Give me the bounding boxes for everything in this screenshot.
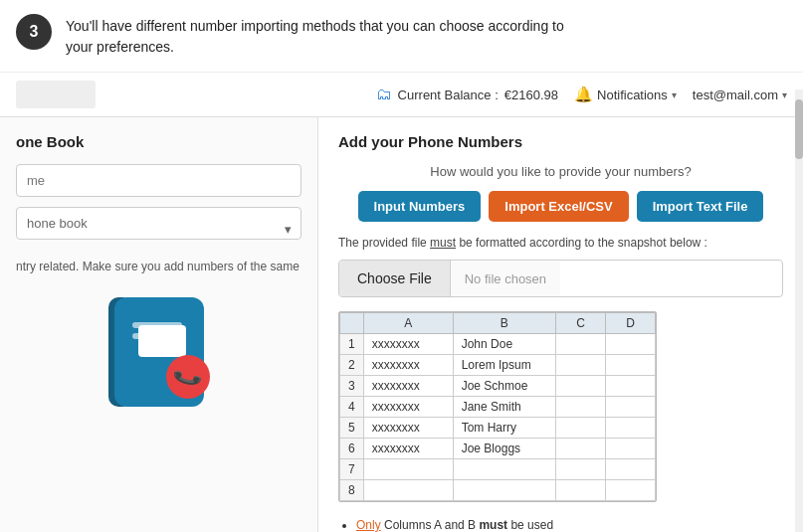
col-c [556, 376, 606, 397]
step-description: You'll have different number importing m… [66, 14, 564, 58]
chevron-down-icon: ▾ [672, 89, 677, 100]
row-num: 5 [340, 418, 364, 439]
balance-value: €2160.98 [504, 88, 558, 102]
col-c [556, 480, 606, 501]
col-c [556, 355, 606, 376]
col-c [556, 459, 606, 480]
col-c [556, 397, 606, 418]
notifications-label: Notifications [597, 88, 668, 102]
balance-label: Current Balance : [398, 88, 499, 102]
only-text: Only [356, 518, 381, 532]
table-row: 4 xxxxxxxx Jane Smith [340, 397, 656, 418]
col-b [453, 459, 555, 480]
no-file-label: No file chosen [451, 262, 560, 296]
table-row: 5 xxxxxxxx Tom Harry [340, 418, 656, 439]
logo-placeholder [16, 81, 96, 108]
row-num: 6 [340, 439, 364, 459]
col-b: Joe Bloggs [453, 439, 555, 459]
input-numbers-button[interactable]: Input Numbers [358, 191, 482, 222]
left-panel-title: one Book [16, 133, 301, 150]
row-num: 2 [340, 355, 364, 376]
col-b: Lorem Ipsum [453, 355, 555, 376]
table-row: 7 [340, 459, 656, 480]
row-num: 3 [340, 376, 364, 397]
phone-book-select[interactable]: hone book [16, 207, 301, 240]
wallet-icon: 🗂 [376, 86, 392, 103]
file-instruction: The provided file must be formatted acco… [338, 236, 783, 250]
table-row: 3 xxxxxxxx Joe Schmoe [340, 376, 656, 397]
table-row: 1 xxxxxxxx John Doe [340, 334, 656, 355]
col-a: xxxxxxxx [363, 397, 453, 418]
scrollbar-thumb[interactable] [795, 99, 803, 159]
col-b: John Doe [453, 334, 555, 355]
scrollbar-track[interactable] [795, 89, 803, 532]
import-excel-button[interactable]: Import Excel/CSV [489, 191, 628, 222]
col-d [606, 418, 656, 439]
excel-table: A B C D 1 xxxxxxxx John Doe 2 xxxxxxxx L… [339, 312, 656, 501]
row-num: 7 [340, 459, 364, 480]
user-email: test@mail.com [693, 88, 778, 102]
col-a: xxxxxxxx [363, 376, 453, 397]
row-num: 4 [340, 397, 364, 418]
col-d [606, 480, 656, 501]
col-d [606, 397, 656, 418]
bell-icon: 🔔 [574, 86, 593, 103]
chevron-down-icon: ▾ [782, 89, 787, 100]
user-section[interactable]: test@mail.com ▾ [693, 88, 787, 102]
bullet-item-1: Only Columns A and B must be used [356, 516, 783, 532]
method-question: How would you like to provide your numbe… [338, 164, 783, 179]
col-a [363, 480, 453, 501]
step-banner: 3 You'll have different number importing… [0, 0, 803, 73]
col-a: xxxxxxxx [363, 439, 453, 459]
choose-file-button[interactable]: Choose File [339, 261, 451, 296]
import-text-button[interactable]: Import Text File [637, 191, 764, 222]
col-d [606, 376, 656, 397]
col-d [606, 334, 656, 355]
table-row: 8 [340, 480, 656, 501]
header-bar: 🗂 Current Balance : €2160.98 🔔 Notificat… [0, 73, 803, 117]
right-panel: Add your Phone Numbers How would you lik… [318, 117, 803, 532]
col-a: xxxxxxxx [363, 334, 453, 355]
col-d [606, 439, 656, 459]
table-row: 6 xxxxxxxx Joe Bloggs [340, 439, 656, 459]
col-b: Joe Schmoe [453, 376, 555, 397]
col-d [606, 355, 656, 376]
row-num: 8 [340, 480, 364, 501]
col-a [363, 459, 453, 480]
row-num: 1 [340, 334, 364, 355]
col-a: xxxxxxxx [363, 418, 453, 439]
bullet1-suffix: be used [510, 518, 553, 532]
country-hint: ntry related. Make sure you add numbers … [16, 260, 301, 273]
file-chooser: Choose File No file chosen [338, 260, 783, 297]
col-header-a: A [363, 313, 453, 334]
col-header-d: D [606, 313, 656, 334]
table-row: 2 xxxxxxxx Lorem Ipsum [340, 355, 656, 376]
balance-section: 🗂 Current Balance : €2160.98 [376, 86, 558, 103]
col-header-num [340, 313, 364, 334]
col-b: Jane Smith [453, 397, 555, 418]
step-number: 3 [16, 14, 52, 50]
phonebook-illustration: 📞 [16, 287, 301, 407]
excel-preview: A B C D 1 xxxxxxxx John Doe 2 xxxxxxxx L… [338, 311, 657, 502]
main-content: one Book hone book ntry related. Make su… [0, 117, 803, 532]
notifications-section[interactable]: 🔔 Notifications ▾ [574, 86, 677, 103]
col-b [453, 480, 555, 501]
must-text: must [479, 518, 507, 532]
col-b: Tom Harry [453, 418, 555, 439]
bullet1-cols: Columns A and B [384, 518, 479, 532]
right-panel-title: Add your Phone Numbers [338, 133, 783, 150]
col-d [606, 459, 656, 480]
left-panel: one Book hone book ntry related. Make su… [0, 117, 318, 532]
col-a: xxxxxxxx [363, 355, 453, 376]
method-buttons: Input Numbers Import Excel/CSV Import Te… [338, 191, 783, 222]
col-c [556, 418, 606, 439]
col-c [556, 334, 606, 355]
col-header-b: B [453, 313, 555, 334]
col-header-c: C [556, 313, 606, 334]
col-c [556, 439, 606, 459]
name-input[interactable] [16, 164, 301, 197]
bullet-notes: Only Columns A and B must be used You ca… [338, 516, 783, 532]
